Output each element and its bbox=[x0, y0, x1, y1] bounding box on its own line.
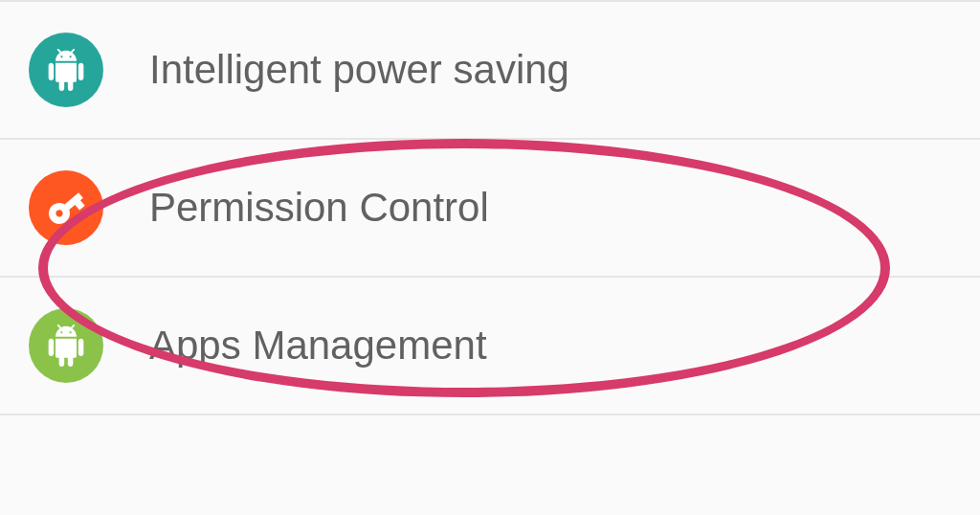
settings-item-label: Permission Control bbox=[149, 185, 489, 231]
settings-item-apps-management[interactable]: Apps Management bbox=[0, 278, 980, 415]
settings-item-label: Intelligent power saving bbox=[149, 47, 569, 93]
settings-item-intelligent-power-saving[interactable]: Intelligent power saving bbox=[0, 0, 980, 140]
android-icon bbox=[29, 33, 103, 107]
settings-item-label: Apps Management bbox=[149, 323, 487, 369]
settings-list: Intelligent power saving Permission Cont… bbox=[0, 0, 980, 415]
settings-item-permission-control[interactable]: Permission Control bbox=[0, 140, 980, 278]
key-icon bbox=[29, 170, 103, 245]
android-icon bbox=[29, 308, 103, 383]
